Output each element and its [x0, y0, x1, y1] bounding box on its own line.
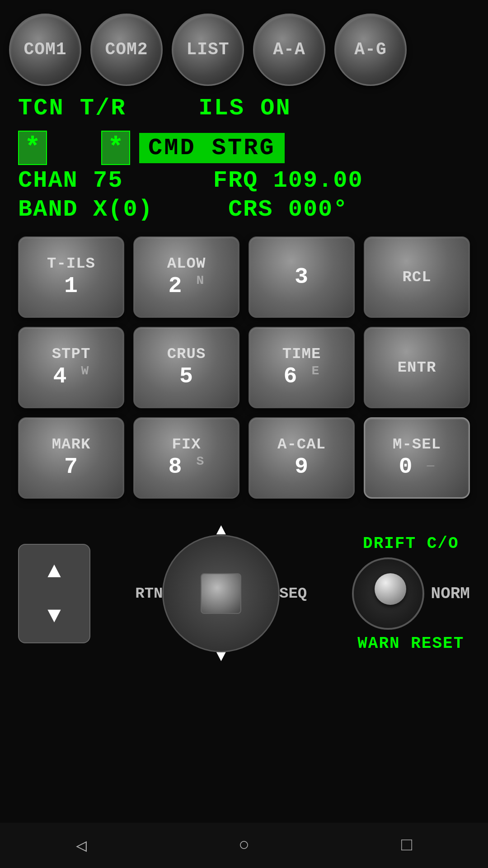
recents-button[interactable]: □ — [401, 835, 412, 856]
mark-7-button[interactable]: MARK 7 — [18, 417, 124, 499]
home-button[interactable]: ○ — [239, 835, 249, 856]
alow-2-button[interactable]: ALOW 2 N — [133, 236, 239, 318]
tcn-status: TCN T/R — [18, 95, 126, 122]
com1-label-line2: 1 — [56, 40, 67, 59]
crs-display: CRS 000° — [228, 196, 348, 223]
drift-label: DRIFT C/O — [363, 534, 459, 553]
aa-label: A-A — [273, 40, 305, 59]
msel-0-button[interactable]: M-SEL 0 _ — [364, 417, 470, 499]
back-button[interactable]: ◁ — [76, 835, 87, 857]
fix-8-button[interactable]: FIX 8 S — [133, 417, 239, 499]
time-6-button[interactable]: TIME 6 E — [249, 327, 355, 408]
norm-label: NORM — [431, 585, 470, 603]
aa-button[interactable]: A-A — [253, 14, 325, 86]
com1-button[interactable]: COM 1 — [9, 14, 81, 86]
frq-display: FRQ 109.00 — [213, 167, 363, 194]
knob-ball — [375, 573, 406, 605]
android-nav-bar: ◁ ○ □ — [0, 823, 488, 868]
list-label: LIST — [186, 40, 229, 59]
3-button[interactable]: 3 — [249, 236, 355, 318]
status-bar: TCN T/R ILS ON — [0, 90, 488, 126]
keypad: T-ILS 1 ALOW 2 N 3 RCL STPT 4 W CRUS 5 T… — [0, 223, 488, 512]
drift-area: DRIFT C/O NORM WARN RESET — [352, 534, 470, 653]
ag-label: A-G — [354, 40, 386, 59]
ag-button[interactable]: A-G — [334, 14, 407, 86]
cmd-area: * * CMD STRG CHAN 75 FRQ 109.00 BAND X(0… — [0, 126, 488, 223]
drift-knob[interactable] — [352, 557, 424, 630]
bottom-controls: ▲ ▼ ▲ ▼ RTN SEQ DRIFT C/O — [0, 512, 488, 675]
asterisk-1: * — [18, 131, 47, 165]
tils-1-button[interactable]: T-ILS 1 — [18, 236, 124, 318]
warn-reset-label: WARN RESET — [357, 634, 464, 653]
com2-button[interactable]: COM 2 — [90, 14, 163, 86]
rtn-label: RTN — [135, 585, 163, 602]
top-nav-bar: COM 1 COM 2 LIST A-A A-G — [0, 0, 488, 90]
com2-label-line1: COM — [105, 40, 137, 59]
list-button[interactable]: LIST — [172, 14, 244, 86]
com1-label-line1: COM — [23, 40, 56, 59]
asterisk-2: * — [101, 131, 130, 165]
chan-display: CHAN 75 — [18, 167, 123, 194]
stpt-4-button[interactable]: STPT 4 W — [18, 327, 124, 408]
up-arrow-button[interactable]: ▲ — [47, 559, 61, 585]
dpad[interactable] — [162, 535, 280, 652]
crus-5-button[interactable]: CRUS 5 — [133, 327, 239, 408]
chan-frq-row: CHAN 75 FRQ 109.00 — [18, 167, 470, 194]
rcl-button[interactable]: RCL — [364, 236, 470, 318]
updown-pad[interactable]: ▲ ▼ — [18, 544, 90, 643]
seq-label: SEQ — [279, 585, 307, 602]
band-display: BAND X(0) — [18, 196, 153, 223]
cmd-strg-display: CMD STRG — [139, 133, 285, 163]
dpad-center-button[interactable] — [201, 573, 241, 614]
acal-9-button[interactable]: A-CAL 9 — [249, 417, 355, 499]
band-crs-row: BAND X(0) CRS 000° — [18, 196, 470, 223]
com2-label-line2: 2 — [137, 40, 148, 59]
entr-button[interactable]: ENTR — [364, 327, 470, 408]
ils-status: ILS ON — [198, 95, 291, 122]
down-arrow-button[interactable]: ▼ — [47, 603, 61, 629]
